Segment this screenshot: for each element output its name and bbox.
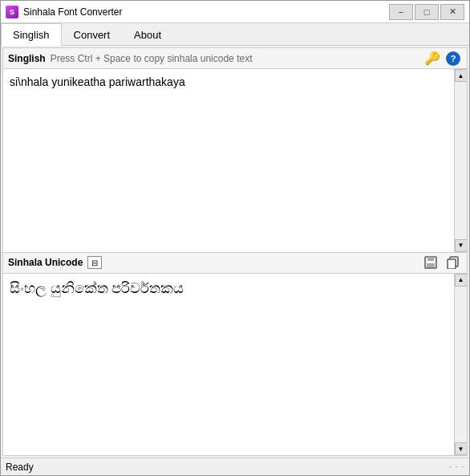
- sinhala-scroll-up[interactable]: ▲: [455, 274, 468, 287]
- status-dots: · · ·: [449, 462, 464, 471]
- app-icon: S: [6, 6, 18, 18]
- key-icon-button[interactable]: 🔑: [423, 50, 441, 67]
- sinhala-section: Sinhala Unicode ⊟: [3, 252, 467, 456]
- title-bar: S Sinhala Font Converter − □ ✕: [1, 1, 469, 23]
- singlish-hint: Press Ctrl + Space to copy sinhala unico…: [51, 53, 419, 64]
- singlish-scrollbar: ▲ ▼: [454, 69, 467, 252]
- maximize-button[interactable]: □: [415, 4, 439, 20]
- svg-rect-4: [448, 259, 456, 269]
- copy-button[interactable]: ⊟: [87, 256, 102, 269]
- copy-all-button[interactable]: [444, 254, 462, 271]
- main-window: S Sinhala Font Converter − □ ✕ Singlish …: [0, 0, 470, 476]
- singlish-content-area: si\nhala yunikeatha pariwarthakaya ▲ ▼: [3, 69, 467, 252]
- help-icon: ?: [446, 51, 460, 66]
- singlish-label: Singlish: [8, 53, 46, 64]
- singlish-panel-header: Singlish Press Ctrl + Space to copy sinh…: [3, 48, 467, 69]
- tab-singlish[interactable]: Singlish: [1, 23, 62, 46]
- sinhala-scroll-down[interactable]: ▼: [455, 442, 468, 455]
- sinhala-scrollbar: ▲ ▼: [454, 274, 467, 456]
- singlish-section: Singlish Press Ctrl + Space to copy sinh…: [3, 48, 467, 252]
- tab-about[interactable]: About: [122, 23, 173, 46]
- sinhala-label: Sinhala Unicode: [8, 257, 83, 268]
- svg-rect-1: [427, 257, 434, 261]
- help-icon-button[interactable]: ?: [444, 50, 462, 67]
- sinhala-content-area: සිංහල යුනිකේත පරිවර්තකය ▲ ▼: [3, 274, 467, 456]
- window-controls: − □ ✕: [389, 4, 464, 20]
- svg-rect-2: [427, 263, 435, 267]
- tab-convert[interactable]: Convert: [62, 23, 123, 46]
- singlish-icons: 🔑 ?: [423, 50, 462, 67]
- menu-bar: Singlish Convert About: [1, 23, 469, 46]
- close-button[interactable]: ✕: [440, 4, 464, 20]
- save-button[interactable]: [422, 254, 440, 271]
- singlish-scroll-down[interactable]: ▼: [455, 239, 468, 252]
- singlish-input[interactable]: si\nhala yunikeatha pariwarthakaya: [3, 69, 454, 252]
- sinhala-panel-header: Sinhala Unicode ⊟: [3, 253, 467, 274]
- status-text: Ready: [6, 462, 34, 473]
- singlish-scroll-up[interactable]: ▲: [455, 69, 468, 82]
- sinhala-output: සිංහල යුනිකේත පරිවර්තකය: [3, 274, 454, 456]
- status-bar: Ready · · ·: [1, 458, 469, 475]
- window-title: Sinhala Font Converter: [23, 6, 389, 18]
- key-icon: 🔑: [424, 51, 440, 66]
- copy-icon: [447, 256, 460, 269]
- save-icon: [424, 256, 437, 269]
- minimize-button[interactable]: −: [389, 4, 413, 20]
- main-content: Singlish Press Ctrl + Space to copy sinh…: [2, 47, 468, 456]
